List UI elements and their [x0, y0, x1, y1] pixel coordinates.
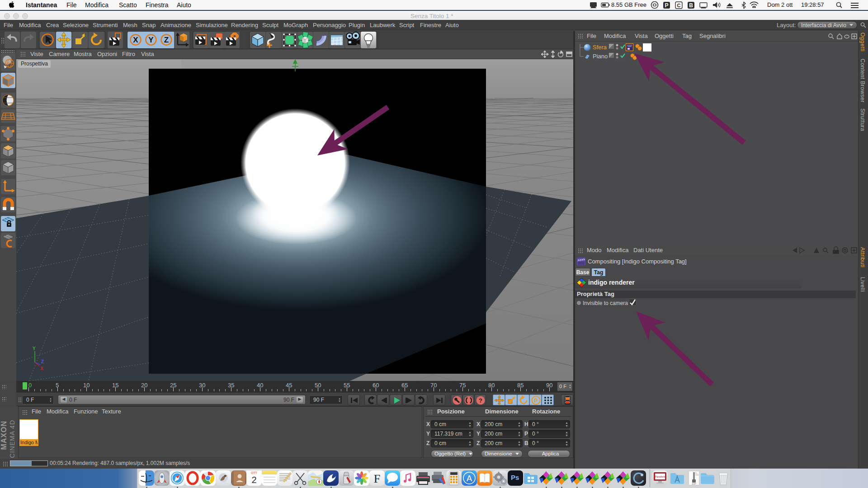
svg-text:Z: Z [41, 359, 44, 364]
svg-text:X: X [133, 36, 138, 44]
svg-text:?: ? [479, 397, 482, 404]
svg-text:P: P [534, 398, 538, 404]
svg-text:Z: Z [164, 36, 169, 44]
svg-text:OTT: OTT [251, 471, 258, 474]
svg-text:ZIP: ZIP [692, 483, 696, 485]
svg-text:A: A [467, 474, 472, 483]
svg-text:Y: Y [148, 36, 154, 44]
svg-text:P: P [665, 2, 668, 9]
svg-text:Y: Y [33, 346, 36, 351]
svg-text:B: B [689, 2, 693, 9]
svg-text:2: 2 [251, 475, 256, 485]
svg-text:C: C [677, 3, 681, 8]
svg-text:Parallels: Parallels [655, 475, 665, 478]
svg-text:X: X [40, 366, 43, 371]
svg-text:F: F [374, 472, 380, 485]
